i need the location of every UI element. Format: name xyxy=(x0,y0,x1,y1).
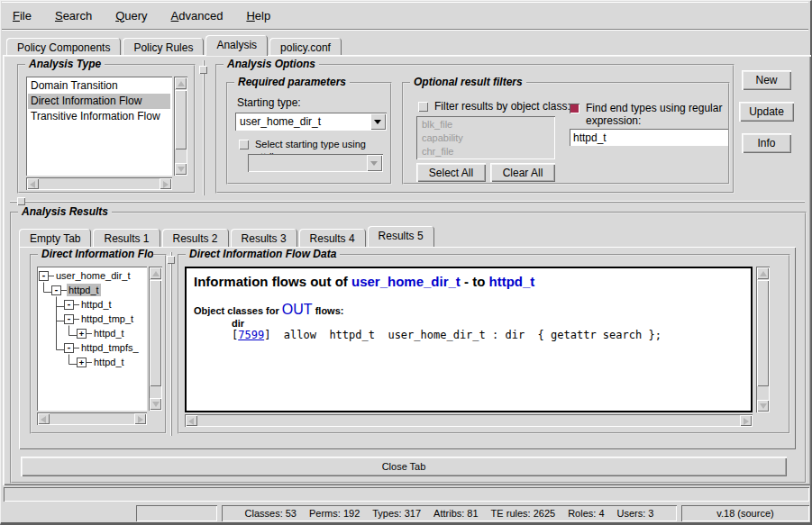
scroll-right-icon[interactable] xyxy=(740,415,752,426)
analysis-type-listbox[interactable]: Domain Transition Direct Information Flo… xyxy=(26,77,172,176)
tree-node[interactable]: - user_home_dir_t xyxy=(37,268,147,283)
tab-policy-components[interactable]: Policy Components xyxy=(6,38,121,56)
list-item[interactable]: Transitive Information Flow xyxy=(28,109,170,124)
collapse-icon[interactable]: - xyxy=(64,314,74,324)
menu-search[interactable]: Search xyxy=(55,9,92,23)
data-vscrollbar[interactable] xyxy=(756,267,770,412)
tree-node-label[interactable]: httpd_t xyxy=(79,298,114,311)
tree-node[interactable]: + httpd_t xyxy=(37,355,147,369)
list-item[interactable]: Domain Transition xyxy=(28,78,170,94)
scroll-thumb[interactable] xyxy=(757,280,769,386)
scroll-right-icon[interactable] xyxy=(134,413,146,424)
tree-node[interactable]: - httpd_t xyxy=(37,297,147,312)
regex-checkbox-row[interactable]: Find end types using regular expression: xyxy=(570,102,725,127)
scroll-up-icon[interactable] xyxy=(150,267,161,279)
tree-node-label[interactable]: user_home_dir_t xyxy=(54,269,132,282)
menu-advanced[interactable]: Advanced xyxy=(171,9,224,23)
menu-query[interactable]: Query xyxy=(115,9,147,23)
regex-input[interactable] xyxy=(570,129,728,146)
collapse-icon[interactable]: - xyxy=(39,271,49,281)
collapse-icon[interactable]: - xyxy=(64,343,74,353)
flow-data-text[interactable]: Information flows out of user_home_dir_t… xyxy=(185,267,753,412)
tree-node-label[interactable]: httpd_t xyxy=(67,284,101,296)
collapse-icon[interactable]: - xyxy=(64,300,74,310)
tab-analysis[interactable]: Analysis xyxy=(205,35,268,56)
starting-type-combobox[interactable]: user_home_dir_t xyxy=(235,113,387,131)
expand-icon[interactable]: + xyxy=(77,329,87,339)
info-button[interactable]: Info xyxy=(742,133,791,153)
scroll-left-icon[interactable] xyxy=(186,415,197,426)
regex-checkbox-label: Find end types using regular expression: xyxy=(586,102,725,127)
scroll-thumb[interactable] xyxy=(150,280,161,386)
rule-number-link[interactable]: 7599 xyxy=(238,329,264,341)
tab-policy-rules[interactable]: Policy Rules xyxy=(123,38,204,56)
tab-empty-tab[interactable]: Empty Tab xyxy=(19,229,91,247)
tree-vscrollbar[interactable] xyxy=(149,267,162,411)
menu-help[interactable]: Help xyxy=(246,9,270,23)
menu-file[interactable]: File xyxy=(13,9,32,23)
tab-results-2[interactable]: Results 2 xyxy=(162,229,229,247)
main-sash-handle[interactable] xyxy=(17,197,25,205)
close-tab-button[interactable]: Close Tab xyxy=(21,457,787,476)
tree-node-label[interactable]: httpd_tmpfs_ xyxy=(79,341,141,354)
results-tab-bar: Empty Tab Results 1 Results 2 Results 3 … xyxy=(19,226,436,247)
top-vertical-sash[interactable] xyxy=(203,60,205,195)
starting-type-value: user_home_dir_t xyxy=(236,115,370,128)
expand-icon[interactable]: + xyxy=(77,358,87,367)
data-hscrollbar[interactable] xyxy=(185,414,753,427)
list-item[interactable]: Direct Information Flow xyxy=(28,94,170,109)
flow-tree-title: Direct Information Flow T xyxy=(38,248,153,260)
policy-version: v.18 (source) xyxy=(681,505,809,521)
tab-label: Results 3 xyxy=(242,232,287,245)
tree-node[interactable]: - httpd_tmp_t xyxy=(37,312,147,326)
menu-bar: File Search Query Advanced Help xyxy=(2,2,808,30)
scroll-down-icon[interactable] xyxy=(150,398,161,410)
tab-results-5[interactable]: Results 5 xyxy=(368,226,434,247)
scroll-thumb[interactable] xyxy=(175,90,187,149)
tab-results-4[interactable]: Results 4 xyxy=(299,229,366,247)
analysis-type-hscrollbar[interactable] xyxy=(26,177,172,190)
message-bar xyxy=(4,487,809,502)
tree-node[interactable]: + httpd_t xyxy=(37,326,147,340)
tab-results-3[interactable]: Results 3 xyxy=(231,229,297,247)
scroll-up-icon[interactable] xyxy=(757,267,769,279)
scroll-left-icon[interactable] xyxy=(38,413,50,424)
select-all-button[interactable]: Select All xyxy=(416,163,486,182)
tree-node-label[interactable]: httpd_t xyxy=(92,356,126,368)
regex-checkbox[interactable] xyxy=(570,104,579,113)
analysis-type-vscrollbar[interactable] xyxy=(174,77,187,176)
new-label: New xyxy=(755,74,777,86)
clear-all-button[interactable]: Clear All xyxy=(490,163,555,182)
analysis-page: Analysis Type Domain Transition Direct I… xyxy=(3,55,811,485)
subhead-flow-direction: OUT xyxy=(282,302,313,317)
scroll-left-icon[interactable] xyxy=(27,178,39,189)
tab-label: Policy Components xyxy=(17,41,110,54)
info-label: Info xyxy=(757,137,775,149)
update-label: Update xyxy=(749,105,784,118)
chevron-down-icon[interactable] xyxy=(370,113,386,130)
stat-roles: Roles: 4 xyxy=(568,508,604,519)
scroll-down-icon[interactable] xyxy=(175,163,187,175)
results-vertical-sash[interactable] xyxy=(170,252,172,436)
tab-results-1[interactable]: Results 1 xyxy=(93,229,160,247)
results-sash-handle[interactable] xyxy=(167,256,175,264)
tree-node-label[interactable]: httpd_t xyxy=(92,327,126,339)
scroll-right-icon[interactable] xyxy=(160,178,171,189)
tree-hscrollbar[interactable] xyxy=(37,412,147,425)
scroll-down-icon[interactable] xyxy=(757,400,769,412)
top-sash-handle[interactable] xyxy=(199,66,207,74)
object-class-checkbox-row[interactable]: Filter results by object class: xyxy=(418,100,570,113)
attrib-checkbox[interactable] xyxy=(239,140,249,149)
new-button[interactable]: New xyxy=(742,70,791,90)
tree-node[interactable]: - httpd_t xyxy=(37,283,147,297)
scroll-up-icon[interactable] xyxy=(175,77,187,89)
tab-policy-conf[interactable]: policy.conf xyxy=(269,38,342,56)
collapse-icon[interactable]: - xyxy=(51,285,61,295)
flow-tree[interactable]: - user_home_dir_t - httpd_t - httpd_t xyxy=(37,267,147,411)
update-button[interactable]: Update xyxy=(739,102,794,122)
object-class-checkbox[interactable] xyxy=(418,102,428,112)
stat-perms: Perms: 192 xyxy=(309,508,360,519)
tree-node-label[interactable]: httpd_tmp_t xyxy=(79,312,135,325)
main-horizontal-sash[interactable] xyxy=(10,201,805,203)
tree-node[interactable]: - httpd_tmpfs_ xyxy=(37,340,147,355)
